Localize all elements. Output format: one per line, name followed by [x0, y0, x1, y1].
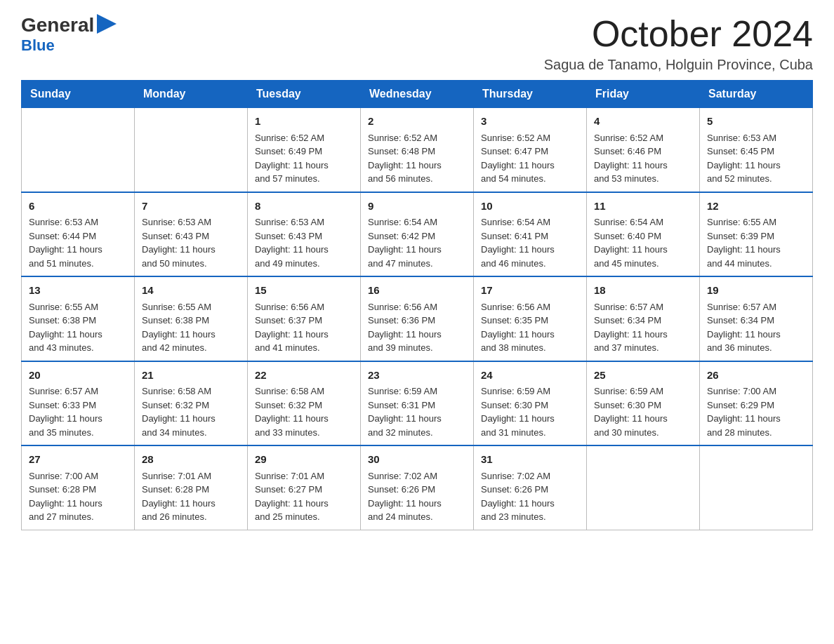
day-number: 1	[255, 114, 353, 130]
day-number: 22	[255, 368, 353, 384]
day-info: Sunrise: 6:53 AM Sunset: 6:43 PM Dayligh…	[142, 217, 216, 269]
day-number: 8	[255, 199, 353, 215]
day-cell: 8Sunrise: 6:53 AM Sunset: 6:43 PM Daylig…	[248, 192, 361, 277]
header-cell-saturday: Saturday	[700, 81, 813, 108]
day-number: 16	[368, 283, 466, 299]
day-cell: 2Sunrise: 6:52 AM Sunset: 6:48 PM Daylig…	[361, 108, 474, 192]
day-cell: 18Sunrise: 6:57 AM Sunset: 6:34 PM Dayli…	[587, 276, 700, 361]
day-number: 3	[481, 114, 579, 130]
day-cell: 13Sunrise: 6:55 AM Sunset: 6:38 PM Dayli…	[22, 276, 135, 361]
day-info: Sunrise: 6:56 AM Sunset: 6:36 PM Dayligh…	[368, 302, 442, 354]
day-info: Sunrise: 6:56 AM Sunset: 6:35 PM Dayligh…	[481, 302, 555, 354]
header-cell-tuesday: Tuesday	[248, 81, 361, 108]
calendar-header: SundayMondayTuesdayWednesdayThursdayFrid…	[22, 81, 813, 108]
day-info: Sunrise: 6:55 AM Sunset: 6:38 PM Dayligh…	[142, 302, 216, 354]
header-row: SundayMondayTuesdayWednesdayThursdayFrid…	[22, 81, 813, 108]
day-info: Sunrise: 7:02 AM Sunset: 6:26 PM Dayligh…	[481, 471, 555, 523]
day-info: Sunrise: 7:02 AM Sunset: 6:26 PM Dayligh…	[368, 471, 442, 523]
day-cell: 11Sunrise: 6:54 AM Sunset: 6:40 PM Dayli…	[587, 192, 700, 277]
day-number: 17	[481, 283, 579, 299]
day-info: Sunrise: 6:55 AM Sunset: 6:39 PM Dayligh…	[707, 217, 781, 269]
day-number: 19	[707, 283, 805, 299]
header-cell-friday: Friday	[587, 81, 700, 108]
day-cell: 27Sunrise: 7:00 AM Sunset: 6:28 PM Dayli…	[22, 445, 135, 530]
day-number: 28	[142, 452, 240, 468]
day-cell: 3Sunrise: 6:52 AM Sunset: 6:47 PM Daylig…	[474, 108, 587, 192]
header-cell-thursday: Thursday	[474, 81, 587, 108]
calendar-body: 1Sunrise: 6:52 AM Sunset: 6:49 PM Daylig…	[22, 108, 813, 530]
header-cell-monday: Monday	[135, 81, 248, 108]
day-cell	[22, 108, 135, 192]
header-cell-sunday: Sunday	[22, 81, 135, 108]
day-info: Sunrise: 6:57 AM Sunset: 6:34 PM Dayligh…	[594, 302, 668, 354]
day-cell: 25Sunrise: 6:59 AM Sunset: 6:30 PM Dayli…	[587, 361, 700, 446]
day-cell: 23Sunrise: 6:59 AM Sunset: 6:31 PM Dayli…	[361, 361, 474, 446]
day-cell: 22Sunrise: 6:58 AM Sunset: 6:32 PM Dayli…	[248, 361, 361, 446]
day-cell: 16Sunrise: 6:56 AM Sunset: 6:36 PM Dayli…	[361, 276, 474, 361]
day-info: Sunrise: 6:52 AM Sunset: 6:48 PM Dayligh…	[368, 133, 442, 185]
day-number: 30	[368, 452, 466, 468]
week-row-4: 20Sunrise: 6:57 AM Sunset: 6:33 PM Dayli…	[22, 361, 813, 446]
logo: General Blue	[21, 14, 117, 55]
logo-general-text: General	[21, 15, 94, 35]
day-cell: 30Sunrise: 7:02 AM Sunset: 6:26 PM Dayli…	[361, 445, 474, 530]
logo-blue-text: Blue	[21, 36, 55, 55]
day-cell: 9Sunrise: 6:54 AM Sunset: 6:42 PM Daylig…	[361, 192, 474, 277]
day-info: Sunrise: 6:54 AM Sunset: 6:40 PM Dayligh…	[594, 217, 668, 269]
day-info: Sunrise: 6:59 AM Sunset: 6:31 PM Dayligh…	[368, 386, 442, 438]
day-number: 24	[481, 368, 579, 384]
day-number: 7	[142, 199, 240, 215]
day-cell: 19Sunrise: 6:57 AM Sunset: 6:34 PM Dayli…	[700, 276, 813, 361]
day-number: 10	[481, 199, 579, 215]
month-title: October 2024	[544, 14, 813, 54]
day-cell: 24Sunrise: 6:59 AM Sunset: 6:30 PM Dayli…	[474, 361, 587, 446]
day-info: Sunrise: 6:59 AM Sunset: 6:30 PM Dayligh…	[594, 386, 668, 438]
day-number: 25	[594, 368, 692, 384]
day-cell: 4Sunrise: 6:52 AM Sunset: 6:46 PM Daylig…	[587, 108, 700, 192]
day-info: Sunrise: 7:01 AM Sunset: 6:28 PM Dayligh…	[142, 471, 216, 523]
day-cell: 21Sunrise: 6:58 AM Sunset: 6:32 PM Dayli…	[135, 361, 248, 446]
day-number: 21	[142, 368, 240, 384]
day-info: Sunrise: 6:57 AM Sunset: 6:34 PM Dayligh…	[707, 302, 781, 354]
day-cell: 28Sunrise: 7:01 AM Sunset: 6:28 PM Dayli…	[135, 445, 248, 530]
day-cell	[135, 108, 248, 192]
header-cell-wednesday: Wednesday	[361, 81, 474, 108]
day-info: Sunrise: 6:52 AM Sunset: 6:46 PM Dayligh…	[594, 133, 668, 185]
day-info: Sunrise: 6:53 AM Sunset: 6:45 PM Dayligh…	[707, 133, 781, 185]
day-info: Sunrise: 6:56 AM Sunset: 6:37 PM Dayligh…	[255, 302, 329, 354]
day-number: 23	[368, 368, 466, 384]
logo-triangle-icon	[97, 14, 117, 34]
day-info: Sunrise: 6:54 AM Sunset: 6:41 PM Dayligh…	[481, 217, 555, 269]
day-number: 29	[255, 452, 353, 468]
day-number: 20	[29, 368, 127, 384]
day-number: 12	[707, 199, 805, 215]
day-number: 6	[29, 199, 127, 215]
location-text: Sagua de Tanamo, Holguin Province, Cuba	[544, 57, 813, 73]
day-info: Sunrise: 6:58 AM Sunset: 6:32 PM Dayligh…	[142, 386, 216, 438]
day-info: Sunrise: 6:58 AM Sunset: 6:32 PM Dayligh…	[255, 386, 329, 438]
day-number: 15	[255, 283, 353, 299]
day-cell: 12Sunrise: 6:55 AM Sunset: 6:39 PM Dayli…	[700, 192, 813, 277]
day-cell: 7Sunrise: 6:53 AM Sunset: 6:43 PM Daylig…	[135, 192, 248, 277]
day-cell: 20Sunrise: 6:57 AM Sunset: 6:33 PM Dayli…	[22, 361, 135, 446]
day-info: Sunrise: 6:59 AM Sunset: 6:30 PM Dayligh…	[481, 386, 555, 438]
day-info: Sunrise: 6:53 AM Sunset: 6:43 PM Dayligh…	[255, 217, 329, 269]
title-area: October 2024 Sagua de Tanamo, Holguin Pr…	[544, 14, 813, 73]
day-cell: 29Sunrise: 7:01 AM Sunset: 6:27 PM Dayli…	[248, 445, 361, 530]
day-number: 27	[29, 452, 127, 468]
calendar-table: SundayMondayTuesdayWednesdayThursdayFrid…	[21, 80, 813, 530]
day-cell: 31Sunrise: 7:02 AM Sunset: 6:26 PM Dayli…	[474, 445, 587, 530]
day-cell	[700, 445, 813, 530]
day-number: 9	[368, 199, 466, 215]
day-number: 5	[707, 114, 805, 130]
day-info: Sunrise: 7:00 AM Sunset: 6:29 PM Dayligh…	[707, 386, 781, 438]
day-cell: 17Sunrise: 6:56 AM Sunset: 6:35 PM Dayli…	[474, 276, 587, 361]
day-info: Sunrise: 6:52 AM Sunset: 6:49 PM Dayligh…	[255, 133, 329, 185]
day-number: 4	[594, 114, 692, 130]
week-row-3: 13Sunrise: 6:55 AM Sunset: 6:38 PM Dayli…	[22, 276, 813, 361]
day-cell: 1Sunrise: 6:52 AM Sunset: 6:49 PM Daylig…	[248, 108, 361, 192]
day-number: 13	[29, 283, 127, 299]
page-header: General Blue October 2024 Sagua de Tanam…	[21, 14, 813, 73]
day-cell	[587, 445, 700, 530]
day-info: Sunrise: 6:52 AM Sunset: 6:47 PM Dayligh…	[481, 133, 555, 185]
